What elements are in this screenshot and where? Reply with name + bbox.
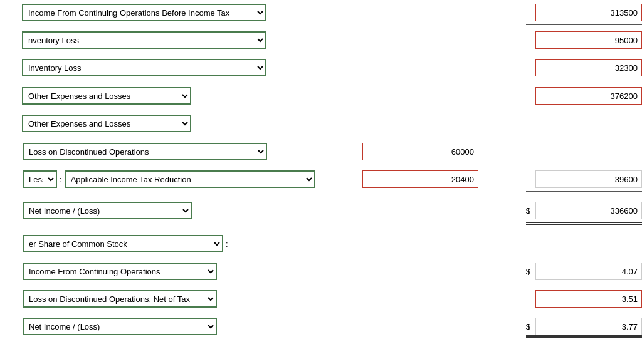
- select-net-income-2[interactable]: Net Income / (Loss): [23, 318, 217, 335]
- value-net-income: 336600: [535, 202, 642, 219]
- select-per-share[interactable]: er Share of Common Stock: [23, 235, 223, 252]
- dollar-net-income: $: [526, 206, 530, 216]
- dollar-net-income-2: $: [526, 322, 530, 331]
- value-other-expenses-1: 376200: [535, 87, 642, 105]
- select-net-income[interactable]: Net Income / (Loss): [23, 202, 192, 219]
- select-applicable-tax[interactable]: Applicable Income Tax Reduction: [65, 170, 315, 188]
- colon-per-share: :: [226, 239, 228, 249]
- select-loss-discontinued[interactable]: Loss on Discontinued Operations: [23, 143, 267, 160]
- value-loss-discontinued-mid: 60000: [362, 143, 478, 160]
- select-income-continuing[interactable]: Income From Continuing Operations: [23, 263, 217, 280]
- dollar-income-continuing: $: [526, 267, 530, 276]
- select-loss-discontinued-net[interactable]: Loss on Discontinued Operations, Net of …: [23, 290, 217, 308]
- row-other-expenses-2: Other Expenses and Losses: [0, 111, 642, 136]
- value-applicable-tax-mid: 20400: [362, 170, 478, 188]
- value-income-before-tax: 313500: [535, 4, 642, 21]
- value-income-continuing: 4.07: [535, 263, 642, 280]
- value-loss-discontinued-net: 3.51: [535, 290, 642, 308]
- row-inventory-loss-2: Inventory Loss 32300: [0, 55, 642, 80]
- row-income-before-tax: Income From Continuing Operations Before…: [0, 0, 642, 25]
- row-inventory-loss-1: nventory Loss 95000: [0, 28, 642, 53]
- row-other-expenses-1: Other Expenses and Losses 376200: [0, 83, 642, 108]
- select-other-expenses-1[interactable]: Other Expenses and Losses: [22, 87, 191, 105]
- colon-separator: :: [60, 175, 62, 184]
- value-nventory-loss: 95000: [535, 31, 642, 49]
- select-income-before-tax[interactable]: Income From Continuing Operations Before…: [22, 4, 266, 21]
- select-other-expenses-2[interactable]: Other Expenses and Losses: [22, 115, 191, 132]
- select-less[interactable]: Less: [23, 170, 57, 188]
- row-applicable-tax: Less : Applicable Income Tax Reduction 2…: [0, 167, 642, 192]
- value-net-income-2: 3.77: [535, 318, 642, 335]
- row-loss-discontinued: Loss on Discontinued Operations 60000: [0, 139, 642, 164]
- row-net-income-2: Net Income / (Loss) $ 3.77: [0, 314, 642, 339]
- value-applicable-tax-right: 39600: [535, 170, 642, 188]
- row-income-continuing: Income From Continuing Operations $ 4.07: [0, 259, 642, 284]
- value-inventory-loss: 32300: [535, 59, 642, 76]
- row-net-income: Net Income / (Loss) $ 336600: [0, 195, 642, 226]
- select-inventory-loss[interactable]: Inventory Loss: [22, 59, 266, 76]
- row-loss-discontinued-net: Loss on Discontinued Operations, Net of …: [0, 286, 642, 311]
- row-per-share: er Share of Common Stock :: [0, 231, 642, 256]
- select-nventory-loss[interactable]: nventory Loss: [22, 31, 266, 49]
